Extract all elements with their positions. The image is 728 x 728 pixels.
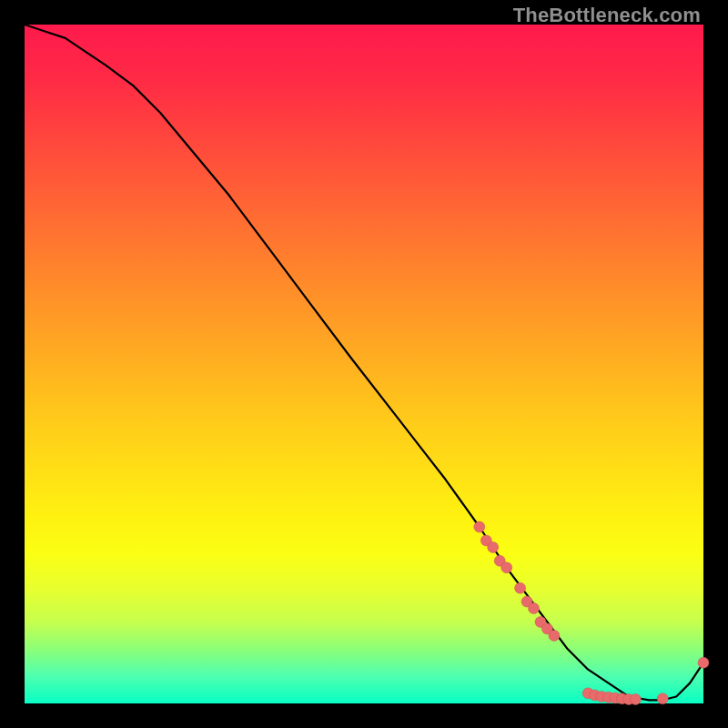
data-point: [529, 603, 540, 614]
data-point: [515, 582, 526, 593]
chart-svg: [25, 25, 703, 703]
bottleneck-curve: [25, 25, 703, 700]
data-point: [630, 694, 641, 705]
data-point: [549, 630, 560, 641]
data-point: [501, 562, 512, 573]
plot-area: [25, 25, 703, 703]
data-point: [474, 521, 485, 532]
data-point: [657, 693, 668, 704]
data-point: [488, 541, 499, 552]
data-point: [698, 657, 709, 668]
chart-frame: TheBottleneck.com: [0, 0, 728, 728]
marker-group: [474, 521, 709, 705]
